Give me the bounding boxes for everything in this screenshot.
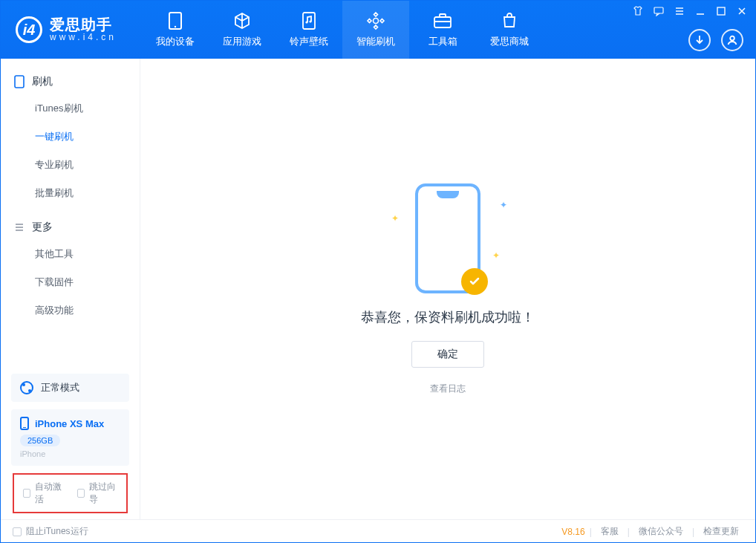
svg-point-5 [374,19,379,24]
device-capacity: 256GB [20,435,60,446]
success-illustration: ✦ ✦ ✦ [415,183,480,293]
success-message: 恭喜您，保资料刷机成功啦！ [361,308,535,326]
phone-icon [20,417,29,430]
sidebar-item-other-tools[interactable]: 其他工具 [35,240,140,268]
body: 刷机 iTunes刷机 一键刷机 专业刷机 批量刷机 更多 其他工具 下载固件 … [1,59,755,519]
svg-rect-8 [717,7,725,15]
sidebar-item-download-firmware[interactable]: 下载固件 [35,268,140,296]
mode-label: 正常模式 [41,381,79,394]
svg-point-9 [730,36,734,41]
group-title: 更多 [32,221,53,234]
sidebar-item-advanced[interactable]: 高级功能 [35,296,140,325]
tab-toolbox[interactable]: 工具箱 [409,1,476,59]
checkbox-skip-guide[interactable]: 跳过向导 [77,481,118,506]
window-controls [632,5,748,17]
version: V8.16 [561,527,584,537]
svg-point-4 [309,20,311,22]
tab-label: 铃声壁纸 [290,35,328,48]
svg-rect-10 [15,76,24,88]
minimize-icon[interactable] [694,5,706,17]
device-name: iPhone XS Max [35,418,104,429]
logo-icon: i4 [16,16,42,43]
mode-icon [20,381,33,394]
sidebar-group-flash: 刷机 [1,69,140,94]
device-type: iPhone [20,449,120,458]
tab-my-device[interactable]: 我的设备 [142,1,209,59]
sparkle-icon: ✦ [492,250,500,261]
tab-label: 工具箱 [428,35,457,48]
svg-rect-2 [303,13,315,29]
download-button[interactable] [688,29,711,51]
app-name: 爱思助手 [50,16,117,33]
feedback-icon[interactable] [653,5,665,17]
cube-icon [232,11,252,30]
app-url: www.i4.cn [50,33,117,42]
tshirt-icon[interactable] [632,5,644,17]
svg-point-1 [175,26,176,27]
sidebar-group-more: 更多 [1,215,140,240]
tab-apps-games[interactable]: 应用游戏 [209,1,276,59]
header-right [688,29,743,51]
tab-ringtone-wallpaper[interactable]: 铃声壁纸 [276,1,342,59]
sparkle-icon: ✦ [391,213,399,224]
tab-label: 爱思商城 [490,35,529,48]
svg-rect-7 [654,7,663,13]
flash-icon [366,11,385,30]
phone-outline-icon [14,75,25,88]
nav-tabs: 我的设备 应用游戏 铃声壁纸 智能刷机 工具箱 爱思商城 [142,1,543,59]
ok-button[interactable]: 确定 [411,341,484,368]
user-button[interactable] [721,29,743,51]
sidebar-item-itunes-flash[interactable]: iTunes刷机 [35,94,140,123]
main-content: ✦ ✦ ✦ 恭喜您，保资料刷机成功啦！ 确定 查看日志 [140,59,755,519]
maximize-icon[interactable] [715,5,727,17]
svg-rect-6 [434,17,451,27]
device-icon [166,11,185,30]
sidebar-item-batch-flash[interactable]: 批量刷机 [35,179,140,207]
tab-store[interactable]: 爱思商城 [476,1,543,59]
store-icon [500,11,519,30]
view-log-link[interactable]: 查看日志 [430,383,466,395]
tab-label: 应用游戏 [223,35,261,48]
sidebar-item-pro-flash[interactable]: 专业刷机 [35,151,140,179]
list-icon [14,222,25,233]
sparkle-icon: ✦ [500,200,507,210]
checkmark-badge-icon [461,268,488,295]
checkbox-block-itunes[interactable]: 阻止iTunes运行 [13,525,88,538]
device-box[interactable]: iPhone XS Max 256GB iPhone [11,409,129,466]
menu-icon[interactable] [674,5,685,17]
mode-box[interactable]: 正常模式 [11,374,129,402]
group-title: 刷机 [32,75,53,88]
footer: 阻止iTunes运行 V8.16 | 客服 | 微信公众号 | 检查更新 [1,519,755,543]
close-icon[interactable] [736,5,748,17]
sidebar-item-onekey-flash[interactable]: 一键刷机 [35,123,140,151]
footer-link-wechat[interactable]: 微信公众号 [634,525,688,538]
phone-illustration-icon [415,183,480,293]
options-row: 自动激活 跳过向导 [13,473,128,513]
tab-label: 我的设备 [156,35,195,48]
titlebar: i4 爱思助手 www.i4.cn 我的设备 应用游戏 铃声壁纸 智能刷机 工具… [1,1,755,59]
toolbox-icon [433,11,452,30]
checkbox-auto-activate[interactable]: 自动激活 [23,481,64,506]
ringtone-icon [299,11,319,30]
svg-point-3 [305,21,307,23]
tab-smart-flash[interactable]: 智能刷机 [342,1,409,59]
logo-area: i4 爱思助手 www.i4.cn [1,1,142,59]
footer-link-update[interactable]: 检查更新 [699,525,743,538]
tab-label: 智能刷机 [356,35,395,48]
footer-link-support[interactable]: 客服 [596,525,623,538]
sidebar: 刷机 iTunes刷机 一键刷机 专业刷机 批量刷机 更多 其他工具 下载固件 … [1,59,140,519]
